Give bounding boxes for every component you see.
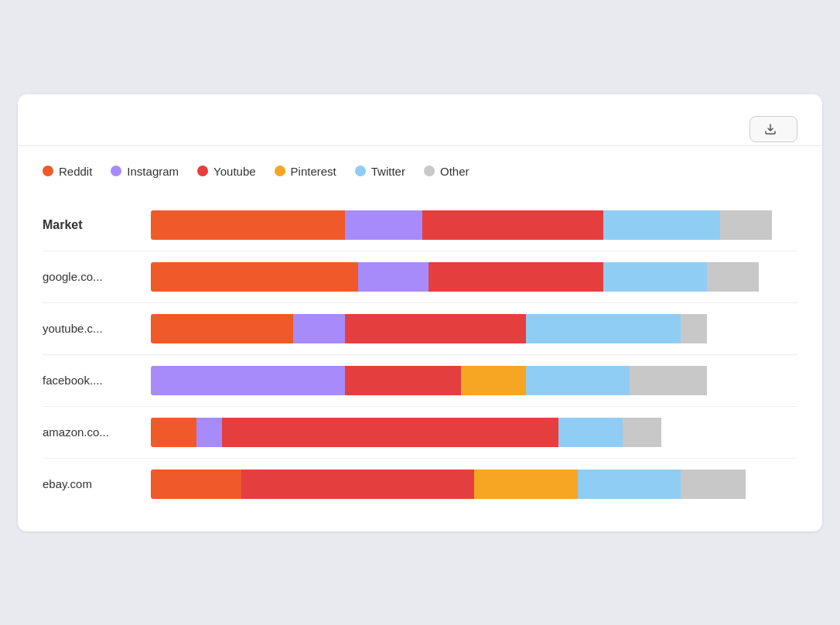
legend-dot-twitter (355, 166, 366, 176)
title-section (43, 116, 49, 131)
bar-segment-pinterest (461, 366, 526, 395)
export-icon (764, 123, 777, 135)
bar-segment-twitter (603, 210, 719, 240)
legend-dot-pinterest (275, 166, 285, 176)
bar-segment-reddit (151, 418, 196, 447)
legend-dot-instagram (111, 166, 121, 176)
legend-label-youtube: Youtube (213, 165, 256, 178)
bar-segment-instagram (358, 262, 429, 292)
bar-segment-other (681, 314, 706, 343)
legend-dot-other (424, 166, 435, 176)
bar-segment-twitter (603, 262, 707, 292)
bar-segment-reddit (151, 262, 358, 292)
bar-segment-other (623, 418, 661, 447)
legend-label-reddit: Reddit (59, 165, 92, 178)
legend-item-reddit: Reddit (43, 165, 92, 178)
bar-segment-youtube (422, 210, 603, 240)
legend-dot-reddit (43, 166, 53, 176)
bar-segment-other (681, 470, 746, 499)
bar-segment-reddit (151, 470, 241, 499)
bar-segment-instagram (151, 366, 345, 395)
legend-item-pinterest: Pinterest (275, 165, 336, 178)
chart-area: Marketgoogle.co...youtube.c...facebook..… (43, 200, 797, 510)
bar-container-0 (151, 210, 797, 240)
legend-label-pinterest: Pinterest (291, 165, 336, 178)
card: Reddit Instagram Youtube Pinterest Twitt… (18, 94, 822, 531)
legend-label-other: Other (440, 165, 470, 178)
row-label-1: google.co... (43, 270, 151, 283)
header (43, 116, 797, 142)
chart-row: youtube.c... (43, 303, 797, 355)
bar-segment-reddit (151, 314, 293, 343)
bar-container-2 (151, 314, 797, 343)
header-divider (18, 145, 822, 146)
legend-item-other: Other (424, 165, 470, 178)
bar-segment-youtube (222, 418, 558, 447)
row-label-0: Market (43, 218, 151, 232)
chart-row: google.co... (43, 251, 797, 303)
bar-segment-other (720, 210, 772, 240)
bar-segment-instagram (196, 418, 222, 447)
bar-container-5 (151, 470, 797, 499)
row-label-5: ebay.com (43, 477, 151, 490)
bar-segment-reddit (151, 210, 345, 240)
bar-segment-instagram (293, 314, 345, 343)
row-label-3: facebook.... (43, 374, 151, 387)
legend: Reddit Instagram Youtube Pinterest Twitt… (43, 165, 797, 178)
export-button[interactable] (750, 116, 797, 142)
chart-row: ebay.com (43, 459, 797, 510)
bar-segment-twitter (558, 418, 623, 447)
bar-segment-youtube (241, 470, 474, 499)
legend-item-instagram: Instagram (111, 165, 179, 178)
row-label-2: youtube.c... (43, 322, 151, 335)
chart-row: facebook.... (43, 355, 797, 407)
bar-segment-twitter (578, 470, 681, 499)
chart-row: amazon.co... (43, 407, 797, 459)
legend-label-instagram: Instagram (127, 165, 179, 178)
bar-segment-instagram (345, 210, 422, 240)
legend-label-twitter: Twitter (371, 165, 405, 178)
bar-container-3 (151, 366, 797, 395)
row-label-4: amazon.co... (43, 425, 151, 439)
bar-segment-youtube (429, 262, 603, 292)
legend-item-youtube: Youtube (197, 165, 256, 178)
bar-segment-youtube (345, 366, 461, 395)
legend-dot-youtube (197, 166, 208, 176)
bar-segment-twitter (526, 366, 630, 395)
bar-segment-twitter (526, 314, 681, 343)
bar-container-1 (151, 262, 797, 292)
chart-row: Market (43, 200, 797, 251)
bar-container-4 (151, 418, 797, 447)
bar-segment-youtube (345, 314, 526, 343)
bar-segment-pinterest (474, 470, 578, 499)
bar-segment-other (707, 262, 759, 292)
legend-item-twitter: Twitter (355, 165, 405, 178)
bar-segment-other (630, 366, 707, 395)
